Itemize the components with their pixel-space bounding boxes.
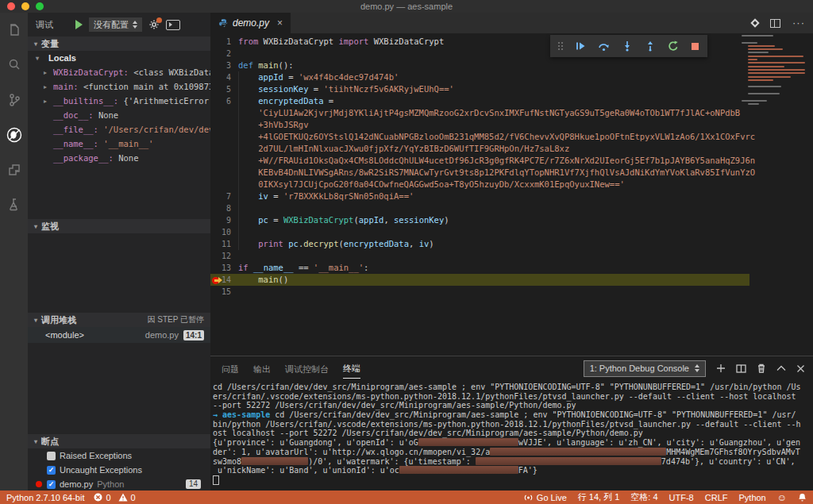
problems-item[interactable]: 0 0 <box>94 493 135 502</box>
line-number[interactable]: 2 <box>210 48 238 60</box>
tab-close-icon[interactable]: × <box>277 17 283 29</box>
notifications-bell-icon[interactable] <box>798 493 807 502</box>
step-over-button[interactable] <box>598 40 610 52</box>
more-actions-icon[interactable]: ··· <box>792 20 805 26</box>
line-number[interactable] <box>210 179 238 190</box>
zoom-window-button[interactable] <box>36 2 44 10</box>
code-editor[interactable]: 1from WXBizDataCrypt import WXBizDataCry… <box>210 33 813 356</box>
continue-button[interactable] <box>575 40 586 52</box>
line-number[interactable] <box>210 119 238 131</box>
line-number[interactable]: 12 <box>210 250 238 262</box>
files-icon[interactable] <box>0 13 28 48</box>
breakpoint-checkbox[interactable] <box>47 452 56 460</box>
close-panel-icon[interactable] <box>796 364 805 373</box>
variable-row[interactable]: __package__: None <box>28 151 210 165</box>
panel-tab-调试控制台[interactable]: 调试控制台 <box>285 359 329 379</box>
code-line: 12 <box>210 250 749 262</box>
eol-item[interactable]: CRLF <box>705 493 728 502</box>
split-terminal-icon[interactable] <box>736 364 746 373</box>
line-number[interactable]: 9 <box>210 214 238 226</box>
line-number[interactable]: 11 <box>210 238 238 250</box>
variable-row[interactable]: ▸WXBizDataCrypt: <class WXBizDataCr… <box>28 65 210 79</box>
twisty-icon[interactable]: ▸ <box>44 83 53 90</box>
variable-row[interactable]: ▸main: <function main at 0x1098735f… <box>28 79 210 94</box>
line-number[interactable] <box>210 155 238 167</box>
debug-config-select[interactable]: 没有配置 <box>89 17 142 32</box>
terminal-select[interactable]: 1: Python Debug Console <box>584 360 706 377</box>
variables-section-header[interactable]: ▾ 变量 <box>28 37 210 51</box>
breakpoint-row[interactable]: Raised Exceptions <box>28 448 210 463</box>
panel-tab-终端[interactable]: 终端 <box>343 358 360 379</box>
line-number[interactable]: 13 <box>210 262 238 274</box>
test-flask-icon[interactable] <box>0 187 28 222</box>
variable-row[interactable]: __file__: '/Users/crifan/dev/dev_s… <box>28 122 210 137</box>
indentation-item[interactable]: 空格: 4 <box>630 491 657 503</box>
breakpoint-row[interactable]: ✓demo.pyPython14 <box>28 477 210 491</box>
minimap[interactable] <box>742 35 799 110</box>
extensions-icon[interactable] <box>0 152 28 187</box>
minimize-window-button[interactable] <box>21 2 29 10</box>
line-number[interactable]: 8 <box>210 202 238 214</box>
debug-console-toggle-icon[interactable] <box>166 20 180 30</box>
line-number[interactable]: 4 <box>210 71 238 83</box>
twisty-icon[interactable]: ▸ <box>44 69 53 76</box>
breakpoint-row[interactable]: ✓Uncaught Exceptions <box>28 463 210 477</box>
current-line-breakpoint-marker[interactable] <box>212 276 223 285</box>
run-file-icon[interactable] <box>750 18 759 27</box>
cursor-position-item[interactable]: 行 14, 列 1 <box>578 491 620 503</box>
scope-locals[interactable]: ▾ Locals <box>28 51 210 65</box>
stop-button[interactable] <box>691 42 699 51</box>
twisty-icon[interactable]: ▸ <box>44 98 53 105</box>
breakpoint-checkbox[interactable]: ✓ <box>47 466 56 475</box>
line-number[interactable]: 15 <box>210 286 238 298</box>
call-stack-section-header[interactable]: ▾ 调用堆栈 因 STEP 已暂停 <box>28 313 210 327</box>
line-number[interactable]: 1 <box>210 36 238 48</box>
breakpoint-checkbox[interactable]: ✓ <box>47 480 56 489</box>
line-number[interactable]: 5 <box>210 83 238 95</box>
variable-name: main: <box>53 82 83 91</box>
go-live-item[interactable]: Go Live <box>523 493 567 502</box>
source-control-icon[interactable] <box>0 83 28 117</box>
step-out-button[interactable] <box>645 40 656 52</box>
code-line: 5 sessionKey = 'tiihtNczf5v6AKRyjwEUhQ==… <box>210 83 749 95</box>
line-number[interactable]: 6 <box>210 95 238 107</box>
restart-button[interactable] <box>668 40 679 52</box>
terminal-line <box>213 475 813 485</box>
python-interpreter-item[interactable]: Python 2.7.10 64-bit <box>6 493 84 502</box>
workbench: 调试 没有配置 ▾ 变量 ▾ Locals ▸WXBizDataCrypt: <… <box>0 13 813 491</box>
split-editor-icon[interactable] <box>770 19 780 28</box>
step-into-button[interactable] <box>622 40 633 52</box>
maximize-panel-icon[interactable] <box>776 365 786 371</box>
kill-terminal-trash-icon[interactable] <box>757 364 766 373</box>
encoding-item[interactable]: UTF-8 <box>669 493 694 502</box>
watch-section-header[interactable]: ▾ 监视 <box>28 219 210 233</box>
debug-icon[interactable] <box>0 117 28 152</box>
stack-frame-row[interactable]: <module> demo.py 14:1 <box>28 327 210 343</box>
close-window-button[interactable] <box>7 2 15 10</box>
tab-demo-py[interactable]: demo.py × <box>210 13 291 33</box>
select-arrows-icon <box>133 21 137 29</box>
language-mode-item[interactable]: Python <box>738 493 765 502</box>
panel-tab-问题[interactable]: 问题 <box>222 359 239 379</box>
search-icon[interactable] <box>0 48 28 83</box>
panel-tab-输出[interactable]: 输出 <box>253 359 271 379</box>
variable-value: None <box>118 153 138 163</box>
line-number[interactable] <box>210 107 238 119</box>
variable-row[interactable]: ▸__builtins__: {'ArithmeticError': … <box>28 94 210 108</box>
feedback-smiley-icon[interactable]: ☺ <box>777 494 787 502</box>
line-number[interactable] <box>210 167 238 179</box>
line-number[interactable]: 10 <box>210 226 238 238</box>
variable-row[interactable]: __name__: '__main__' <box>28 137 210 151</box>
terminal-output[interactable]: cd /Users/crifan/dev/dev_src/Miniprogram… <box>210 380 813 491</box>
configure-gear-icon[interactable] <box>148 19 160 30</box>
traffic-lights <box>7 2 44 10</box>
line-number[interactable] <box>210 131 238 143</box>
line-number[interactable]: 3 <box>210 60 238 71</box>
line-number[interactable]: 7 <box>210 190 238 202</box>
start-debug-button[interactable] <box>75 20 83 29</box>
variable-row[interactable]: __doc__: None <box>28 108 210 122</box>
breakpoints-section-header[interactable]: ▾ 断点 <box>28 434 210 448</box>
drag-handle[interactable] <box>558 42 563 50</box>
new-terminal-icon[interactable] <box>716 364 726 373</box>
line-number[interactable] <box>210 143 238 155</box>
